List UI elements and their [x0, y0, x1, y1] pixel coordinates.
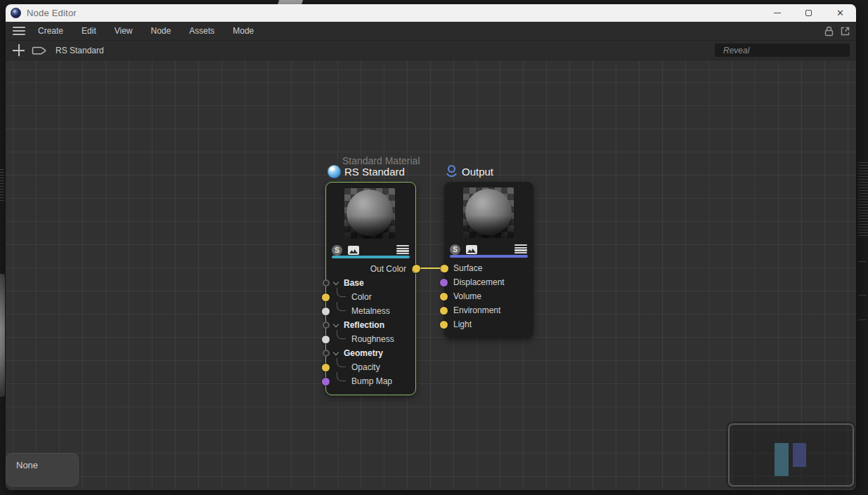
hamburger-menu-icon[interactable] — [13, 27, 25, 35]
material-tag-icon[interactable] — [32, 45, 47, 56]
background-window-fragment — [858, 295, 867, 296]
port-label: Displacement — [453, 277, 505, 287]
rs-standard-node-title[interactable]: RS Standard — [344, 166, 405, 178]
solo-icon[interactable]: S — [450, 244, 460, 255]
port-label: Base — [344, 278, 364, 288]
node-menu-icon[interactable] — [396, 245, 409, 254]
chevron-down-icon[interactable] — [333, 350, 339, 355]
port-color[interactable] — [322, 293, 330, 301]
port-label: Bump Map — [351, 376, 392, 386]
node-accent-line — [450, 255, 528, 258]
window-title: Node Editor — [27, 8, 77, 18]
menu-view[interactable]: View — [108, 26, 139, 36]
port-row-displacement[interactable]: Displacement — [444, 275, 533, 289]
node-editor-window: Node Editor ✕ Create Edit View Node Asse… — [6, 4, 856, 490]
tree-connector — [337, 330, 346, 339]
output-preview — [463, 187, 514, 238]
port-label: Out Color — [370, 264, 406, 274]
menu-node[interactable]: Node — [145, 26, 178, 36]
maximize-icon — [805, 10, 812, 16]
port-row-volume[interactable]: Volume — [444, 289, 533, 303]
lock-icon[interactable] — [824, 26, 834, 37]
menu-mode[interactable]: Mode — [226, 26, 260, 36]
port-label: Environment — [453, 305, 500, 315]
node-graph-canvas[interactable]: Standard Material RS Standard Output S — [6, 60, 856, 490]
minimize-icon — [774, 13, 781, 13]
menu-edit[interactable]: Edit — [75, 26, 103, 36]
output-node-header[interactable]: Output — [446, 165, 493, 178]
port-label: Reflection — [344, 320, 384, 330]
port-light[interactable] — [440, 321, 448, 329]
port-label: Metalness — [351, 306, 390, 316]
port-label: Surface — [453, 263, 482, 273]
port-metalness[interactable] — [322, 308, 330, 315]
port-row-light[interactable]: Light — [444, 317, 533, 331]
port-displacement[interactable] — [440, 279, 448, 286]
port-label: Geometry — [344, 348, 383, 358]
title-bar[interactable]: Node Editor ✕ — [6, 4, 856, 22]
port-geometry[interactable] — [323, 350, 330, 357]
connection-endpoint-in[interactable] — [441, 265, 448, 272]
menu-bar: Create Edit View Node Assets Mode — [6, 22, 856, 41]
port-row-surface[interactable]: Surface — [444, 261, 533, 275]
port-row-metalness[interactable]: Metalness — [326, 304, 415, 318]
port-volume[interactable] — [440, 293, 448, 301]
minimap-node-rs-standard — [775, 443, 789, 476]
tree-connector — [337, 372, 346, 381]
add-node-icon[interactable] — [13, 44, 25, 56]
background-window-fragment — [0, 274, 5, 397]
minimize-button[interactable] — [761, 4, 793, 22]
port-label: Roughness — [351, 334, 394, 344]
scope-label: None — [16, 460, 38, 470]
background-window-fragment — [858, 319, 867, 320]
tool-bar: RS Standard — [6, 41, 856, 60]
rs-standard-sphere-icon — [328, 165, 341, 178]
popout-icon[interactable] — [840, 26, 850, 37]
port-label: Volume — [453, 291, 481, 301]
port-environment[interactable] — [440, 307, 448, 315]
solo-icon[interactable]: S — [332, 245, 342, 256]
port-row-environment[interactable]: Environment — [444, 303, 533, 317]
scope-breadcrumb[interactable]: None — [6, 453, 79, 487]
background-window-fragment — [858, 160, 868, 237]
menu-assets[interactable]: Assets — [183, 26, 221, 36]
port-row-bump-map[interactable]: Bump Map — [326, 374, 415, 388]
port-bump-map[interactable] — [322, 378, 330, 385]
port-row-out-color[interactable]: Out Color — [326, 262, 415, 276]
rs-standard-ports: Out Color Base Color — [326, 262, 415, 388]
chevron-down-icon[interactable] — [333, 322, 339, 327]
rs-standard-preview — [344, 188, 395, 239]
minimap[interactable] — [728, 423, 854, 487]
output-ports: Surface Displacement Volume Environment — [444, 261, 533, 331]
port-reflection[interactable] — [323, 322, 330, 329]
preview-image-icon[interactable] — [348, 246, 359, 255]
port-row-roughness[interactable]: Roughness — [326, 332, 415, 346]
port-roughness[interactable] — [322, 336, 330, 343]
node-menu-icon[interactable] — [514, 244, 527, 253]
output-node-icon — [446, 165, 458, 178]
port-label: Light — [453, 319, 472, 329]
port-label: Opacity — [351, 362, 380, 372]
menu-create[interactable]: Create — [32, 26, 70, 36]
desktop: Node Editor ✕ Create Edit View Node Asse… — [0, 0, 868, 495]
output-node[interactable]: S Surface Displacement — [444, 182, 533, 338]
chevron-down-icon[interactable] — [333, 279, 339, 285]
toolbar-material-name[interactable]: RS Standard — [56, 46, 104, 55]
reveal-search-input[interactable] — [715, 44, 850, 57]
close-button[interactable]: ✕ — [824, 4, 856, 22]
port-base[interactable] — [323, 279, 330, 286]
preview-image-icon[interactable] — [466, 245, 477, 254]
tree-connector — [337, 358, 346, 367]
rs-standard-node-header[interactable]: RS Standard — [328, 165, 405, 178]
cinema4d-logo-icon — [11, 8, 21, 18]
port-label: Color — [351, 292, 372, 302]
output-node-title[interactable]: Output — [462, 166, 493, 178]
port-opacity[interactable] — [322, 364, 330, 371]
background-window-fragment — [0, 167, 4, 202]
minimap-node-output — [793, 443, 806, 467]
maximize-button[interactable] — [793, 4, 824, 22]
connection-endpoint-out[interactable] — [413, 265, 420, 272]
close-icon: ✕ — [836, 8, 844, 18]
rs-standard-node[interactable]: S Out Color Base — [325, 182, 416, 395]
background-window-fragment — [858, 261, 867, 262]
